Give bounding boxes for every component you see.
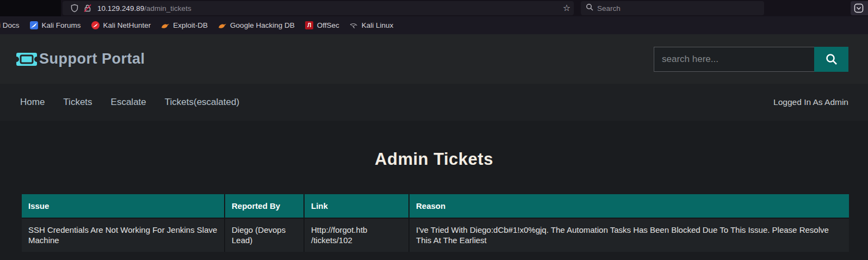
bookmark-label: Kali NetHunter xyxy=(103,21,151,29)
browser-toolbar: 10.129.249.89/admin_tickets ☆ Search xyxy=(0,0,868,16)
url-path: /admin_tickets xyxy=(144,4,191,13)
bookmark-google-hacking-db[interactable]: Google Hacking DB xyxy=(218,21,295,30)
kali-nethunter-icon xyxy=(91,21,100,30)
url-host: 10.129.249.89 xyxy=(97,4,144,13)
bookmark-kali-forums[interactable]: Kali Forums xyxy=(30,21,81,30)
bookmark-label: Kali Linux xyxy=(362,21,394,29)
offsec-icon: Л xyxy=(305,21,314,30)
bookmark-kali-linux[interactable]: Kali Linux xyxy=(350,21,394,30)
bookmark-kali-nethunter[interactable]: Kali NetHunter xyxy=(91,21,151,30)
column-header-link: Link xyxy=(305,194,408,218)
google-hacking-db-bird-icon xyxy=(218,21,227,30)
bookmark-exploit-db[interactable]: Exploit-DB xyxy=(161,21,208,30)
session-status: Logged In As Admin xyxy=(773,84,848,121)
cell-issue: SSH Credentials Are Not Working For Jenk… xyxy=(22,219,224,252)
bookmark-label: Exploit-DB xyxy=(173,21,208,29)
bookmarks-toolbar: i Docs Kali Forums Kali NetHunter Exploi… xyxy=(0,16,868,34)
site-search-form xyxy=(654,47,848,72)
nav-home[interactable]: Home xyxy=(20,97,45,108)
column-header-issue: Issue xyxy=(22,194,224,218)
cell-reported-by: Diego (Devops Lead) xyxy=(225,219,303,252)
bookmark-label: Kali Forums xyxy=(42,21,81,29)
nav-tickets-escalated[interactable]: Tickets(escalated) xyxy=(165,97,239,108)
kali-linux-dragon-icon xyxy=(350,21,358,30)
extension-chevron-button[interactable] xyxy=(851,1,868,15)
cell-reason: I've Tried With Diego:dCb#1!x0%gjq. The … xyxy=(410,219,849,252)
bookmark-star-icon[interactable]: ☆ xyxy=(560,2,573,15)
logo-link[interactable]: Support Portal xyxy=(16,51,145,68)
bookmark-label: OffSec xyxy=(317,21,339,29)
exploit-db-bird-icon xyxy=(161,21,170,30)
tracking-shield-icon[interactable] xyxy=(68,2,81,14)
column-header-reason: Reason xyxy=(410,194,849,218)
insecure-lock-icon[interactable] xyxy=(81,2,94,14)
bookmark-label: i Docs xyxy=(0,21,20,29)
link-line-1: Http://forgot.htb xyxy=(311,225,367,234)
page-title: Admin Tickets xyxy=(0,150,868,169)
ticket-icon xyxy=(16,51,38,68)
tickets-table: Issue Reported By Link Reason SSH Creden… xyxy=(22,194,849,252)
url-bar[interactable]: 10.129.249.89/admin_tickets xyxy=(63,1,574,15)
browser-search-placeholder: Search xyxy=(597,4,621,13)
search-icon xyxy=(825,53,838,66)
bookmark-offsec[interactable]: Л OffSec xyxy=(305,21,339,30)
page-content: Support Portal Home Tickets Escalate Tic… xyxy=(0,34,868,260)
site-search-input[interactable] xyxy=(654,47,814,72)
site-header: Support Portal xyxy=(0,34,868,84)
nav-tickets[interactable]: Tickets xyxy=(63,97,92,108)
column-header-reported-by: Reported By xyxy=(225,194,303,218)
site-nav: Home Tickets Escalate Tickets(escalated) xyxy=(0,84,868,121)
link-line-2: /tickets/102 xyxy=(311,236,352,245)
chevron-down-icon xyxy=(854,3,864,13)
bookmark-docs[interactable]: i Docs xyxy=(0,21,20,29)
search-icon xyxy=(586,3,593,13)
screenshot-root: 10.129.249.89/admin_tickets ☆ Search i D… xyxy=(0,0,868,260)
bookmark-label: Google Hacking DB xyxy=(230,21,295,29)
logo-text: Support Portal xyxy=(39,51,145,67)
window-edge-dark-region xyxy=(0,0,61,16)
site-search-button[interactable] xyxy=(814,47,848,72)
cell-link: Http://forgot.htb/tickets/102 xyxy=(305,219,408,252)
nav-escalate[interactable]: Escalate xyxy=(111,97,146,108)
kali-forums-icon xyxy=(30,21,39,30)
url-text: 10.129.249.89/admin_tickets xyxy=(97,4,191,13)
browser-search-bar[interactable]: Search xyxy=(581,1,764,15)
